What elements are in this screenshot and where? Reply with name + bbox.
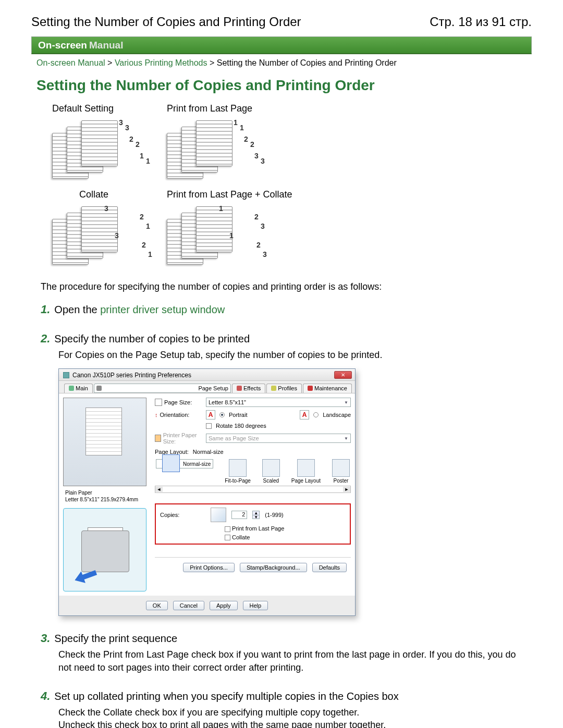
- step-3-number: 3.: [41, 632, 50, 645]
- layout-poster[interactable]: Poster: [332, 459, 350, 484]
- dialog-title-text: Canon JX510P series Printing Preferences: [72, 372, 191, 379]
- stack-num: 2: [250, 140, 254, 149]
- apply-button[interactable]: Apply: [210, 601, 238, 610]
- printer-driver-link[interactable]: printer driver setup window: [100, 304, 225, 315]
- layout-scaled[interactable]: Scaled: [262, 459, 280, 484]
- tab-effects-icon: [237, 386, 242, 391]
- crumb-sep: >: [107, 58, 112, 67]
- layout-normal[interactable]: Normal-size: [156, 459, 213, 468]
- stack-num: 3: [261, 157, 265, 165]
- crumb-onscreen-manual[interactable]: On-screen Manual: [36, 58, 105, 67]
- page-size-label: Page Size:: [164, 399, 192, 405]
- defaults-button[interactable]: Defaults: [312, 563, 347, 572]
- illus-last: Print from Last Page 1 1 2 2 3 3: [167, 103, 252, 185]
- crumb-various-printing[interactable]: Various Printing Methods: [115, 58, 207, 67]
- stack-num: 2: [140, 213, 144, 221]
- stack-num: 3: [115, 231, 119, 240]
- page-layout-value: Normal-size: [193, 449, 224, 455]
- scroll-right-icon[interactable]: ►: [343, 487, 350, 492]
- layout-normal-icon: [162, 454, 180, 472]
- stack-num: 3: [263, 250, 267, 258]
- media-type: Plain Paper: [65, 489, 149, 496]
- chevron-down-icon: ▼: [344, 436, 348, 441]
- stamp-background-button[interactable]: Stamp/Background...: [240, 563, 307, 572]
- stack-num: 3: [261, 222, 265, 230]
- stack-num: 3: [104, 204, 108, 213]
- portrait-label: Portrait: [229, 412, 247, 418]
- ok-button[interactable]: OK: [146, 601, 168, 610]
- layout-fit[interactable]: Fit-to-Page: [225, 459, 250, 484]
- page-icon: [155, 399, 162, 406]
- illustration-row-2: Collate 3 2 1 3 2 1 Print from Last Page…: [31, 185, 532, 271]
- spin-down-icon[interactable]: ▼: [253, 515, 259, 519]
- stack-num: 2: [142, 241, 146, 249]
- printer-paper-label: Printer Paper Size:: [163, 432, 202, 445]
- help-button[interactable]: Help: [243, 601, 268, 610]
- landscape-radio[interactable]: [313, 412, 319, 417]
- layout-options: Normal-size Fit-to-Page Scaled Page Layo…: [156, 459, 350, 484]
- copies-spinner[interactable]: ▲▼: [252, 511, 260, 519]
- step-3-title: Specify the print sequence: [54, 633, 177, 645]
- page-size-value: Letter 8.5"x11": [209, 399, 246, 405]
- step-4-body-1: Check the Collate check box if you are s…: [58, 706, 522, 719]
- tab-profiles[interactable]: Profiles: [266, 384, 302, 393]
- page-title: Setting the Number of Copies and Printin…: [31, 15, 301, 29]
- intro-text: The procedure for specifying the number …: [31, 271, 532, 298]
- step-4-body-2: Uncheck this check box to print all page…: [58, 719, 522, 728]
- orientation-label: Orientation:: [160, 412, 190, 418]
- collate-label: Collate: [232, 534, 250, 540]
- printer-paper-value: Same as Page Size: [209, 435, 259, 441]
- stack-num: 1: [140, 152, 144, 160]
- rotate-checkbox[interactable]: [206, 423, 212, 429]
- media-size: Letter 8.5"x11" 215.9x279.4mm: [65, 496, 149, 503]
- step-4: 4. Set up collated printing when you spe…: [41, 689, 522, 728]
- printer-icon: [63, 372, 69, 378]
- stack-num: 1: [146, 157, 150, 165]
- step-2: 2. Specify the number of copies to be pr…: [41, 332, 522, 616]
- orientation-icon: ↕: [155, 412, 158, 418]
- cancel-button[interactable]: Cancel: [173, 601, 204, 610]
- stack-num: 2: [244, 135, 248, 143]
- collate-checkbox[interactable]: [225, 535, 230, 540]
- copies-input[interactable]: 2: [231, 511, 247, 519]
- illus-last-collate-graphic: 1 2 3 1 2 3: [167, 203, 250, 271]
- tab-pagesetup-icon: [96, 386, 102, 391]
- illustration-row-1: Default Setting 3 3 2 2 1 1 Print from L…: [31, 99, 532, 185]
- stack-num: 1: [146, 222, 150, 230]
- step-1-text: Open the: [54, 304, 100, 315]
- layout-pagelayout[interactable]: Page Layout: [291, 459, 321, 484]
- close-icon[interactable]: ✕: [334, 371, 352, 379]
- stack-num: 2: [256, 241, 261, 249]
- step-4-number: 4.: [41, 689, 50, 703]
- tab-maint-icon: [308, 386, 313, 391]
- illus-last-collate: Print from Last Page + Collate 1 2 3 1 2…: [167, 189, 292, 271]
- layout-fit-icon: [229, 459, 247, 477]
- tab-maintenance[interactable]: Maintenance: [303, 384, 352, 393]
- dialog-preview-column: Plain Paper Letter 8.5"x11" 215.9x279.4m…: [63, 398, 152, 591]
- landscape-icon: A: [300, 410, 309, 419]
- stack-num: 1: [234, 118, 238, 127]
- printer-paper-icon: [155, 435, 161, 442]
- tab-pagesetup-label: Page Setup: [198, 385, 228, 391]
- landscape-label: Landscape: [323, 412, 351, 418]
- stack-num: 2: [129, 135, 133, 143]
- page-size-select[interactable]: Letter 8.5"x11"▼: [206, 398, 351, 407]
- stack-num: 1: [148, 250, 152, 258]
- layout-poster-label: Poster: [334, 478, 349, 484]
- from-last-checkbox[interactable]: [225, 526, 230, 532]
- copies-label: Copies:: [160, 512, 179, 518]
- illus-last-collate-label: Print from Last Page + Collate: [167, 189, 292, 200]
- layout-scaled-icon: [262, 459, 280, 477]
- scroll-left-icon[interactable]: ◄: [155, 487, 163, 492]
- dialog-tabs: Main Page Setup Effects Profiles Mainten…: [59, 381, 355, 393]
- portrait-radio[interactable]: [219, 412, 225, 417]
- tab-page-setup[interactable]: Page Setup: [94, 384, 231, 393]
- illus-collate-label: Collate: [52, 189, 136, 200]
- tab-effects[interactable]: Effects: [232, 384, 265, 393]
- print-options-button[interactable]: Print Options...: [183, 563, 235, 572]
- tab-main[interactable]: Main: [64, 384, 93, 393]
- layout-scrollbar[interactable]: ◄►: [155, 486, 351, 493]
- page-header: Setting the Number of Copies and Printin…: [31, 15, 532, 29]
- printer-paper-select[interactable]: Same as Page Size▼: [206, 434, 351, 443]
- step-3: 3. Specify the print sequence Check the …: [41, 632, 522, 674]
